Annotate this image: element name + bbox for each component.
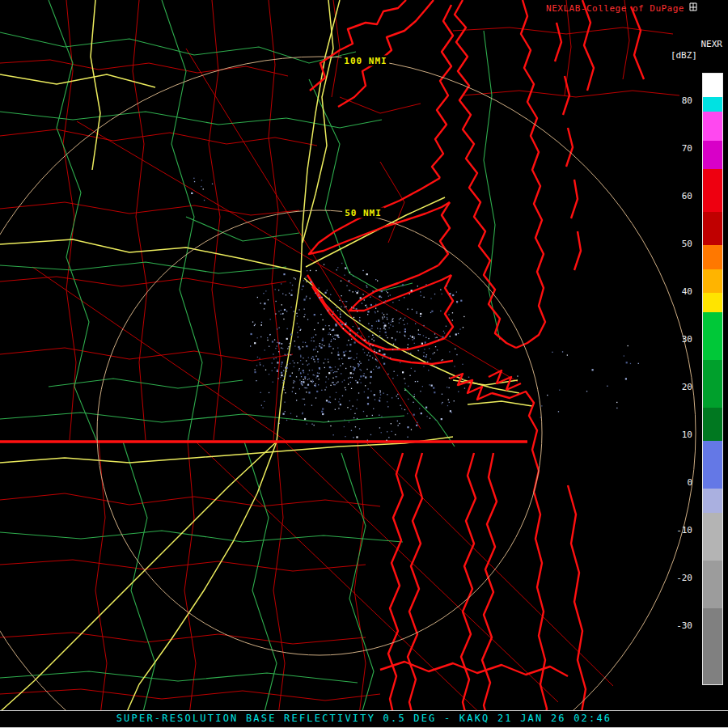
colorbar-segment: [703, 293, 722, 312]
colorbar: [702, 73, 723, 685]
radar-screen: NEXLAB-College of DuPage NEXR [dBZ] 8070…: [0, 0, 728, 728]
colorbar-tick: 50: [657, 239, 692, 249]
colorbar-tick: 10: [657, 430, 692, 440]
attribution-text: NEXLAB-College of DuPage: [546, 3, 684, 14]
colorbar-segment: [703, 608, 722, 684]
colorbar-segment: [703, 561, 722, 608]
colorbar-tick: 80: [657, 95, 692, 106]
colorbar-segment: [703, 269, 722, 293]
colorbar-tick: -10: [657, 525, 692, 535]
colorbar-tick: -30: [657, 620, 692, 631]
colorbar-tick: 60: [657, 191, 692, 201]
range-rings: [0, 57, 696, 728]
colorbar-segment: [703, 74, 722, 97]
county-borders: [0, 0, 679, 728]
status-bar: SUPER-RESOLUTION BASE REFLECTIVITY 0.5 D…: [0, 710, 728, 728]
colorbar-title: NEXR: [701, 39, 723, 49]
colorbar-segment: [703, 97, 722, 112]
colorbar-tick: 40: [657, 286, 692, 297]
range-ring-100nmi: [0, 57, 696, 728]
colorbar-tick: 0: [657, 477, 692, 488]
range-ring-50nmi: [97, 210, 542, 655]
colorbar-tick: 70: [657, 143, 692, 154]
colorbar-segment: [703, 408, 722, 441]
colorbar-segment: [703, 489, 722, 512]
colorbar-segment: [703, 360, 722, 408]
cod-logo-icon: [688, 2, 699, 13]
colorbar-tick: -20: [657, 573, 692, 583]
colorbar-segment: [703, 212, 722, 245]
colorbar-tick: 20: [657, 382, 692, 392]
colorbar-segment: [703, 245, 722, 269]
colorbar-segment: [703, 441, 722, 489]
range-ring-label-50nmi: 50 NMI: [342, 208, 384, 218]
colorbar-segment: [703, 141, 722, 169]
colorbar-tick: 30: [657, 334, 692, 345]
product-title: SUPER-RESOLUTION BASE REFLECTIVITY 0.5 D…: [116, 713, 612, 724]
range-ring-label-100nmi: 100 NMI: [341, 56, 389, 66]
radar-map: [0, 0, 728, 728]
colorbar-segment: [703, 513, 722, 561]
colorbar-segment: [703, 312, 722, 360]
colorbar-segment: [703, 169, 722, 212]
colorbar-units: [dBZ]: [671, 50, 697, 61]
colorbar-segment: [703, 112, 722, 140]
